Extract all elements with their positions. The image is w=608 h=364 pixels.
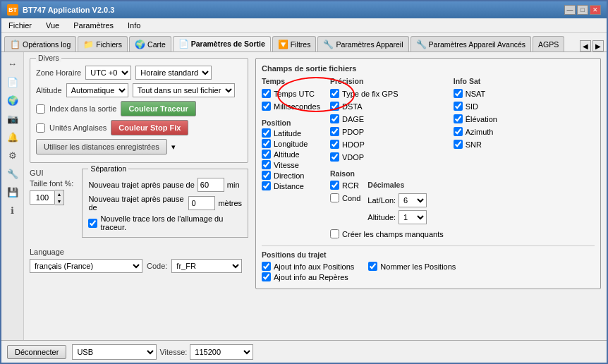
divers-title: Divers (36, 54, 61, 62)
divers-group: Divers Zone Horaire UTC +0 UTC +1 UTC -1… (30, 58, 248, 163)
tab-agps[interactable]: AGPS (533, 36, 564, 51)
positions-left: Ajout info aux Positions Ajout info au R… (262, 262, 354, 283)
pdop-checkbox[interactable] (330, 127, 339, 136)
menu-info[interactable]: Info (123, 20, 145, 31)
vitesse-checkbox[interactable] (262, 160, 271, 169)
left-sidebar: ↔ 📄 🌍 📷 🔔 ⚙ 🔧 💾 ℹ (1, 52, 24, 340)
language-select[interactable]: français (France) English (30, 259, 142, 273)
close-button[interactable]: ✕ (590, 5, 601, 15)
creer-champs-checkbox[interactable] (330, 229, 339, 238)
nsat-checkbox[interactable] (454, 89, 463, 98)
tab-filtres[interactable]: 🔽 Filtres (272, 36, 317, 51)
altitude-champ-checkbox[interactable] (262, 150, 271, 159)
nouvelle-trace-checkbox[interactable] (88, 219, 97, 228)
distance-checkbox[interactable] (262, 181, 271, 190)
hdop-checkbox[interactable] (330, 140, 339, 149)
sidebar-icon-6[interactable]: 🔧 (4, 165, 21, 182)
lat-lon-select[interactable]: 6 5 7 (399, 193, 427, 207)
position-title: Position (262, 119, 320, 127)
nommer-label: Nommer les Positions (380, 262, 456, 271)
altitude-select[interactable]: Automatique MSL WGS84 (66, 83, 128, 97)
tab-params-sortie[interactable]: 📄 Paramètres de Sortie (173, 36, 271, 51)
tab-operations[interactable]: 📋 Opérations log (4, 36, 76, 51)
vitesse-select[interactable]: 115200 9600 57600 (190, 344, 253, 360)
tab-params-appareil-label: Paramètres Appareil (336, 40, 403, 49)
disconnect-button[interactable]: Déconnecter (7, 345, 66, 359)
type-fix-label: Type de fix GPS (342, 90, 398, 98)
azimuth-checkbox[interactable] (454, 127, 463, 136)
ajout-info-checkbox[interactable] (262, 262, 271, 271)
sidebar-icon-4[interactable]: 🔔 (4, 128, 21, 145)
spinbox-down[interactable]: ▼ (55, 198, 63, 205)
longitude-checkbox[interactable] (262, 139, 271, 148)
dage-row: DAGE (330, 114, 444, 123)
taille-font-label: Taille font %: (30, 179, 73, 188)
dsta-checkbox[interactable] (330, 102, 339, 111)
hdop-label: HDOP (342, 140, 365, 149)
menu-fichier[interactable]: Fichier (4, 20, 36, 31)
sidebar-icon-8[interactable]: ℹ (4, 202, 21, 219)
nommer-checkbox[interactable] (368, 262, 377, 271)
millisecondes-checkbox[interactable] (262, 102, 271, 111)
direction-row: Direction (262, 171, 320, 180)
precision-column: Précision Type de fix GPS DSTA (330, 77, 444, 240)
unites-checkbox[interactable] (36, 123, 45, 133)
code-label: Code: (147, 262, 167, 270)
sid-checkbox[interactable] (454, 102, 463, 111)
sidebar-icon-5[interactable]: ⚙ (4, 147, 21, 164)
sidebar-icon-1[interactable]: 📄 (4, 73, 21, 90)
restore-button[interactable]: □ (577, 5, 588, 15)
nommer-row: Nommer les Positions (368, 262, 456, 271)
sidebar-icon-2[interactable]: 🌍 (4, 92, 21, 109)
tab-carte[interactable]: 🌍 Carte (129, 36, 171, 51)
vitesse-label: Vitesse (274, 161, 299, 169)
snr-checkbox[interactable] (454, 140, 463, 149)
fichier-select[interactable]: Tout dans un seul fichier Fichiers sépar… (133, 83, 235, 97)
vdop-checkbox[interactable] (330, 152, 339, 162)
sidebar-icon-7[interactable]: 💾 (4, 183, 21, 200)
horaire-select[interactable]: Horaire standard (135, 66, 212, 80)
ajout-reperes-checkbox[interactable] (262, 272, 271, 281)
latitude-checkbox[interactable] (262, 128, 271, 138)
app-icon: BT (7, 4, 18, 16)
couleur-traceur-button[interactable]: Couleur Traceur (121, 101, 195, 116)
index-checkbox[interactable] (36, 104, 45, 114)
code-select[interactable]: fr_FR en_US (171, 259, 242, 273)
sidebar-icon-0[interactable]: ↔ (4, 55, 21, 72)
couleur-stop-button[interactable]: Couleur Stop Fix (111, 120, 188, 135)
distances-button[interactable]: Utiliser les distances enregistrées (36, 139, 167, 154)
altitude-dec-label: Altitude: (367, 213, 396, 222)
type-fix-checkbox[interactable] (330, 89, 339, 98)
tab-agps-label: AGPS (538, 40, 559, 49)
separation-input2[interactable] (188, 196, 215, 210)
temps-utc-checkbox[interactable] (262, 89, 271, 98)
tab-prev-button[interactable]: ◀ (580, 40, 591, 51)
right-panel: Champs de sortie fichiers Temps Temps UT… (255, 58, 601, 289)
tab-fichiers[interactable]: 📁 Fichiers (78, 36, 128, 51)
menu-vue[interactable]: Vue (42, 20, 63, 31)
tab-params-appareil[interactable]: 🔧 Paramètres Appareil (317, 36, 408, 51)
cond-checkbox[interactable] (330, 193, 339, 202)
separation-input1[interactable] (197, 178, 224, 192)
minimize-button[interactable]: — (564, 5, 576, 15)
tab-params-avances[interactable]: 🔧 Paramètres Appareil Avancés (411, 36, 532, 51)
rcr-checkbox[interactable] (330, 181, 339, 190)
menu-parametres[interactable]: Paramètres (69, 20, 118, 31)
separation-label1: Nouveau trajet après pause de (88, 181, 194, 189)
spinbox-up[interactable]: ▲ (55, 190, 63, 198)
tab-next-button[interactable]: ▶ (592, 40, 604, 51)
raison-section: Raison RCR (330, 169, 444, 224)
direction-checkbox[interactable] (262, 171, 271, 180)
altitude-row: Altitude Automatique MSL WGS84 Tout dans… (36, 83, 242, 97)
connection-select[interactable]: USB Bluetooth (72, 344, 157, 360)
dage-checkbox[interactable] (330, 114, 339, 123)
zone-horaire-select[interactable]: UTC +0 UTC +1 UTC -1 (85, 66, 131, 80)
index-row: Index dans la sortie Couleur Traceur (36, 101, 242, 116)
taille-font-input[interactable] (30, 190, 55, 205)
nouvelle-trace-row: Nouvelle trace lors de l'allumage du tra… (88, 214, 242, 231)
pdop-label: PDOP (342, 128, 364, 136)
altitude-dec-select[interactable]: 1 2 0 (399, 210, 427, 224)
elevation-checkbox[interactable] (454, 114, 463, 123)
sidebar-icon-3[interactable]: 📷 (4, 110, 21, 127)
lat-lon-dec-row: Lat/Lon: 6 5 7 (367, 193, 427, 207)
